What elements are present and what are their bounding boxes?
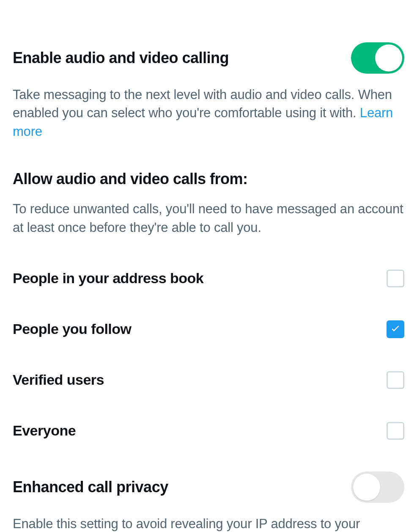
option-verified-users-label: Verified users (13, 372, 104, 388)
check-icon (390, 323, 401, 335)
enable-calling-row: Enable audio and video calling (13, 13, 404, 74)
option-address-book-label: People in your address book (13, 270, 203, 287)
option-address-book-checkbox[interactable] (387, 270, 404, 287)
option-verified-users-checkbox[interactable] (387, 371, 404, 389)
option-people-you-follow-label: People you follow (13, 321, 132, 337)
enhanced-privacy-description-text: Enable this setting to avoid revealing y… (13, 516, 360, 532)
option-people-you-follow-row: People you follow (13, 287, 404, 338)
option-everyone-label: Everyone (13, 422, 76, 439)
enhanced-privacy-toggle[interactable] (351, 471, 404, 503)
allow-from-title: Allow audio and video calls from: (13, 170, 404, 188)
enable-calling-toggle[interactable] (351, 42, 404, 74)
allow-from-section: Allow audio and video calls from: To red… (13, 170, 404, 237)
option-everyone-checkbox[interactable] (387, 422, 404, 440)
option-people-you-follow-checkbox[interactable] (387, 320, 404, 338)
allow-from-description: To reduce unwanted calls, you'll need to… (13, 200, 404, 237)
enable-calling-description: Take messaging to the next level with au… (13, 85, 404, 141)
option-everyone-row: Everyone (13, 389, 404, 440)
toggle-knob (353, 474, 380, 501)
enable-calling-title: Enable audio and video calling (13, 49, 229, 67)
option-verified-users-row: Verified users (13, 338, 404, 389)
toggle-knob (375, 44, 402, 72)
enhanced-privacy-row: Enhanced call privacy (13, 440, 404, 503)
enhanced-privacy-description: Enable this setting to avoid revealing y… (13, 515, 404, 532)
enable-calling-description-text: Take messaging to the next level with au… (13, 87, 392, 120)
option-address-book-row: People in your address book (13, 237, 404, 287)
enhanced-privacy-title: Enhanced call privacy (13, 478, 168, 496)
